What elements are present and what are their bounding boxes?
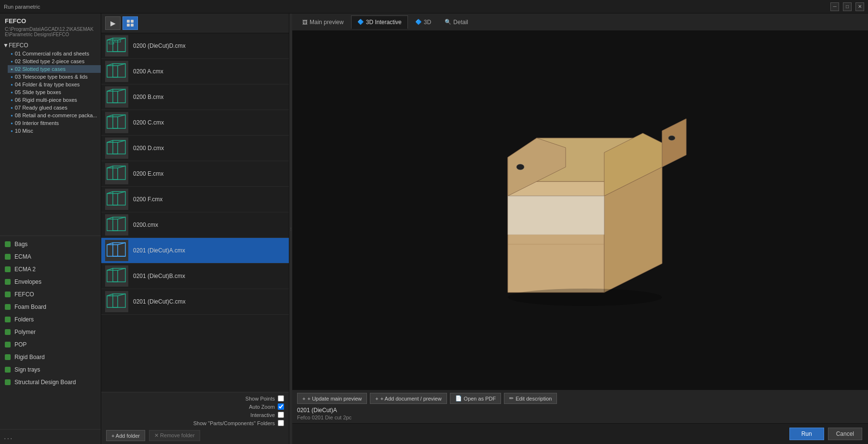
tree-child-8[interactable]: ● 08 Retail and e-commerce packa... [8, 111, 101, 119]
run-button[interactable]: Run [789, 428, 824, 440]
tree-child-3[interactable]: ● 03 Telescope type boxes & lids [8, 73, 101, 81]
group-dot-rigid [5, 354, 11, 360]
file-name-7: 0200.cmx [133, 222, 158, 228]
close-button[interactable]: ✕ [855, 2, 864, 11]
file-item-5[interactable]: 0200 E.cmx [101, 161, 289, 187]
tab-3d-interactive[interactable]: 🔷 3D Interactive [351, 15, 408, 29]
group-item-pop[interactable]: POP [0, 338, 101, 351]
file-item-7[interactable]: 0200.cmx [101, 212, 289, 238]
child-dot-6: ● [11, 98, 13, 102]
tab-main-preview-label: Main preview [310, 19, 344, 26]
file-item-4[interactable]: 0200 D.cmx [101, 136, 289, 161]
sidebar-group-items: Bags ECMA ECMA 2 Envelopes FEFCO Foam Bo… [0, 238, 101, 430]
group-item-envelopes[interactable]: Envelopes [0, 276, 101, 288]
show-points-checkbox[interactable] [278, 395, 284, 402]
center-panel: ▶ [101, 14, 289, 444]
group-item-folders[interactable]: Folders [0, 313, 101, 326]
tab-detail[interactable]: 🔍 Detail [438, 15, 475, 29]
child-label-4: 04 Folder & tray type boxes [15, 82, 80, 87]
group-label-rigid: Rigid Board [14, 354, 45, 361]
add-document-button[interactable]: + + Add document / preview [370, 393, 447, 404]
group-item-polymer[interactable]: Polymer [0, 326, 101, 338]
file-thumb-7 [105, 214, 128, 236]
cancel-button[interactable]: Cancel [828, 428, 862, 440]
main-preview-icon: 🖼 [302, 19, 308, 25]
grid-button[interactable] [122, 16, 138, 30]
group-item-structural[interactable]: Structural Design Board [0, 376, 101, 388]
file-item-6[interactable]: 0200 F.cmx [101, 187, 289, 212]
file-name-3: 0200 C.cmx [133, 119, 164, 126]
tab-3d[interactable]: 🔷 3D [409, 15, 437, 29]
interactive-checkbox[interactable] [278, 412, 284, 418]
preview-info-title: 0201 (DieCut)A [297, 407, 863, 414]
more-button[interactable]: ... [4, 432, 13, 441]
show-parts-checkbox[interactable] [278, 420, 284, 426]
tree-child-0[interactable]: ● 01 Commercial rolls and sheets [8, 50, 101, 57]
edit-description-label: Edit description [515, 396, 552, 402]
update-preview-button[interactable]: + + Update main preview [297, 393, 367, 404]
play-button[interactable]: ▶ [105, 16, 121, 30]
add-folder-button[interactable]: + Add folder [106, 430, 145, 441]
child-dot-5: ● [11, 90, 13, 95]
open-pdf-button[interactable]: 📄 Open as PDF [450, 393, 502, 404]
file-name-4: 0200 D.cmx [133, 145, 164, 152]
sidebar-header: FEFCO [0, 14, 101, 27]
edit-description-button[interactable]: ✏ Edit description [504, 393, 557, 404]
tree-root-label[interactable]: ▼ FEFCO [0, 41, 101, 50]
tab-main-preview[interactable]: 🖼 Main preview [296, 15, 350, 29]
svg-point-64 [668, 136, 675, 140]
file-item-10[interactable]: 0201 (DieCut)C.cmx [101, 289, 289, 315]
titlebar-controls: ─ □ ✕ [830, 2, 864, 11]
tree-children: ● 01 Commercial rolls and sheets ● 02 Sl… [0, 50, 101, 135]
minimize-button[interactable]: ─ [830, 2, 839, 11]
child-dot-3: ● [11, 75, 13, 79]
tree-child-4[interactable]: ● 04 Folder & tray type boxes [8, 81, 101, 88]
group-item-fefco[interactable]: FEFCO [0, 288, 101, 301]
group-item-signtrays[interactable]: Sign trays [0, 363, 101, 376]
group-label-ecma: ECMA [14, 253, 31, 260]
maximize-button[interactable]: □ [843, 2, 852, 11]
group-item-bags[interactable]: Bags [0, 238, 101, 250]
file-item-9[interactable]: 0201 (DieCut)B.cmx [101, 264, 289, 289]
pdf-icon: 📄 [455, 395, 462, 402]
group-label-ecma2: ECMA 2 [14, 266, 36, 273]
titlebar-title: Run parametric [4, 4, 40, 10]
tree-child-2[interactable]: ● 02 Slotted type cases [8, 65, 101, 73]
file-item-2[interactable]: 0200 B.cmx [101, 84, 289, 110]
file-item-0[interactable]: 0200 (DieCut)D.cmx [101, 33, 289, 59]
edit-icon: ✏ [509, 395, 514, 402]
file-item-1[interactable]: 0200 A.cmx [101, 59, 289, 84]
add-document-label: + Add document / preview [380, 396, 442, 402]
footer-buttons: + Add folder ✕ Remove folder [106, 428, 284, 441]
group-item-ecma[interactable]: ECMA [0, 250, 101, 263]
svg-rect-39 [107, 245, 118, 256]
tree-child-10[interactable]: ● 10 Misc [8, 127, 101, 135]
file-item-3[interactable]: 0200 C.cmx [101, 110, 289, 136]
detail-icon: 🔍 [445, 19, 451, 25]
file-thumb-6 [105, 189, 128, 210]
svg-rect-11 [107, 66, 118, 77]
child-label-2: 02 Slotted type cases [15, 66, 66, 72]
center-toolbar: ▶ [101, 14, 289, 33]
tree-child-5[interactable]: ● 05 Slide type boxes [8, 88, 101, 96]
remove-folder-button[interactable]: ✕ Remove folder [149, 430, 200, 441]
tree-child-1[interactable]: ● 02 Slotted type 2-piece cases [8, 57, 101, 65]
preview-canvas[interactable] [292, 31, 868, 389]
sidebar-bottom: ... [0, 429, 101, 444]
tree-child-6[interactable]: ● 06 Rigid multi-piece boxes [8, 96, 101, 104]
group-item-foam[interactable]: Foam Board [0, 301, 101, 313]
sidebar: FEFCO C:\ProgramData\AGCAD\12.2\KASEMAKE… [0, 14, 101, 444]
svg-point-65 [508, 289, 662, 306]
tree-child-9[interactable]: ● 09 Interior fitments [8, 119, 101, 127]
file-item-8[interactable]: 0201 (DieCut)A.cmx [101, 238, 289, 264]
auto-zoom-checkbox[interactable] [278, 403, 284, 410]
group-item-ecma2[interactable]: ECMA 2 [0, 263, 101, 276]
file-thumb-3 [105, 112, 128, 133]
tree-child-7[interactable]: ● 07 Ready glued cases [8, 104, 101, 111]
file-name-8: 0201 (DieCut)A.cmx [133, 247, 185, 254]
show-points-label: Show Points [245, 396, 275, 402]
add-doc-icon: + [375, 396, 378, 402]
svg-rect-1 [131, 20, 134, 23]
group-dot-polymer [5, 329, 11, 335]
group-item-rigid[interactable]: Rigid Board [0, 351, 101, 363]
